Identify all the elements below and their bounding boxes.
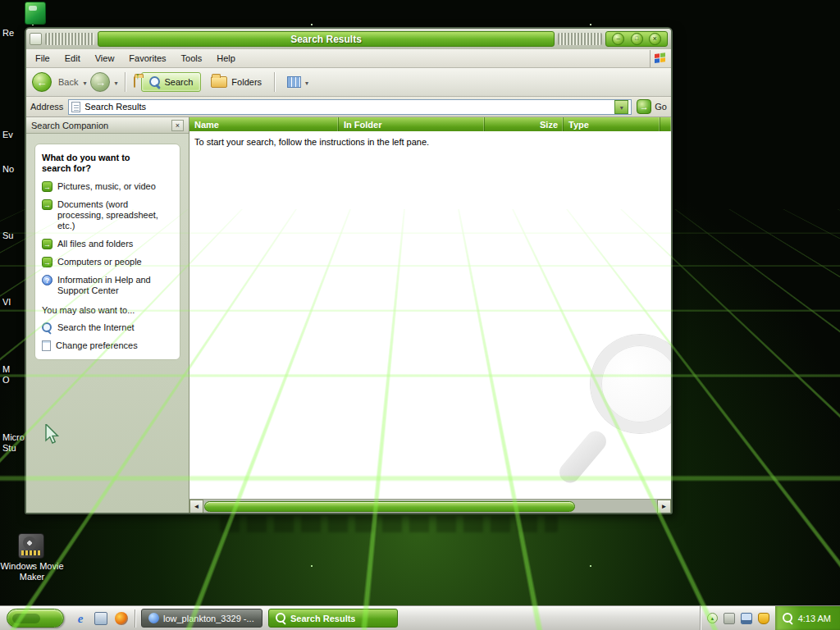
link-label: Search the Internet [57,322,135,333]
go-button[interactable]: Go [637,99,667,114]
link-label: Documents (word processing, spreadsheet,… [57,199,173,231]
hide-icons-chevron-icon[interactable] [707,613,718,623]
scroll-left-icon[interactable] [189,500,203,514]
link-pictures-music-video[interactable]: Pictures, music, or video [42,181,173,192]
desktop-icon-label[interactable]: Su [2,231,25,241]
close-pane-icon[interactable] [171,120,184,131]
go-button-label: Go [655,102,667,112]
green-arrow-icon [42,257,52,267]
search-results-window: Search Results File Edit View Favorites … [25,27,673,514]
link-change-preferences[interactable]: Change preferences [42,340,173,351]
menu-view[interactable]: View [88,51,122,66]
desktop-icon-label[interactable]: No [2,164,25,175]
back-button-label[interactable]: Back [58,77,78,87]
address-label: Address [30,102,63,112]
desktop-icon-label[interactable]: Micro Stu [2,432,25,454]
toolbar-separator [125,72,126,92]
task-label: low_plankton_3329 -... [163,614,254,623]
tray-clock-zone: 4:13 AM [775,606,840,630]
desktop-icon-label[interactable]: VI [2,297,25,308]
up-button[interactable] [132,75,137,89]
folders-icon [211,76,227,88]
maximize-button[interactable] [631,33,643,45]
green-arrow-icon [42,239,52,249]
windows-movie-maker-icon[interactable] [18,533,44,559]
desktop-icon-label[interactable]: Ev [2,130,25,140]
green-arrow-icon [42,199,52,210]
desktop-icon-label[interactable]: M O [2,364,25,386]
link-help-support[interactable]: Information in Help and Support Center [42,275,173,296]
search-magnifier-icon [149,76,161,88]
taskbar-button-low-plankton[interactable]: low_plankton_3329 -... [141,609,262,628]
column-in-folder[interactable]: In Folder [339,117,485,131]
mouse-cursor [44,424,62,444]
folders-button[interactable]: Folders [205,73,267,91]
horizontal-scrollbar[interactable] [189,499,671,513]
security-shield-icon[interactable] [758,613,769,624]
address-value: Search Results [84,102,146,112]
toolbar: Back Search Folders [26,68,671,97]
windows-movie-maker-label[interactable]: Windows Movie Maker [0,561,64,582]
menu-bar: File Edit View Favorites Tools Help [26,49,671,68]
task-buttons: low_plankton_3329 -... Search Results [141,609,398,628]
menu-file[interactable]: File [28,51,57,66]
desktop-icon-label[interactable]: Re [2,28,25,39]
views-icon [287,76,301,88]
window-icon [30,33,42,45]
menu-favorites[interactable]: Favorites [121,51,173,66]
column-filler [660,117,671,131]
search-instructions-text: To start your search, follow the instruc… [189,131,671,153]
menu-help[interactable]: Help [209,51,243,66]
clock[interactable]: 4:13 AM [798,614,831,623]
search-heading: What do you want to search for? [42,153,153,174]
address-dropdown-button[interactable] [614,100,628,114]
toolbar-separator [274,72,275,92]
close-button[interactable] [649,33,661,45]
menu-edit[interactable]: Edit [57,51,88,66]
column-size[interactable]: Size [485,117,564,131]
magnifier-icon [42,322,52,333]
menu-tools[interactable]: Tools [174,51,210,66]
system-tray: 4:13 AM [700,606,840,630]
show-desktop-icon[interactable] [94,612,107,625]
taskbar-button-search-results[interactable]: Search Results [268,609,398,628]
list-column-headers: Name In Folder Size Type [189,117,671,131]
back-button[interactable] [32,72,52,92]
scrollbar-thumb[interactable] [204,501,575,512]
minimize-button[interactable] [612,33,624,45]
link-documents[interactable]: Documents (word processing, spreadsheet,… [42,199,173,231]
preferences-icon [42,340,51,351]
quick-launch [74,612,128,625]
search-button[interactable]: Search [141,72,202,92]
link-search-internet[interactable]: Search the Internet [42,322,173,333]
window-title: Search Results [290,34,362,45]
link-label: Change preferences [56,340,138,351]
window-title-pill: Search Results [98,31,555,47]
back-dropdown-icon[interactable] [83,77,86,87]
file-list-view: Name In Folder Size Type To start your s… [189,117,671,513]
green-arrow-icon [42,181,52,192]
link-computers-people[interactable]: Computers or people [42,257,173,267]
search-companion-header: Search Companion [26,117,189,134]
forward-dropdown-icon[interactable] [114,77,117,87]
windows-logo-icon [650,50,669,67]
column-name[interactable]: Name [189,117,339,131]
media-player-icon[interactable] [115,612,128,625]
search-companion-title: Search Companion [31,121,108,130]
column-type[interactable]: Type [564,117,660,131]
removable-hardware-icon[interactable] [724,613,735,624]
network-icon[interactable] [741,613,752,624]
scroll-right-icon[interactable] [657,500,671,514]
search-icon [276,613,286,623]
titlebar[interactable]: Search Results [26,29,671,49]
views-button[interactable] [281,73,314,91]
desktop-icon[interactable] [25,2,46,25]
internet-explorer-icon[interactable] [74,612,87,625]
also-heading: You may also want to... [42,305,173,315]
start-button[interactable] [7,609,64,628]
folders-button-label: Folders [231,77,262,87]
forward-button[interactable] [90,72,110,92]
link-all-files-folders[interactable]: All files and folders [42,239,173,249]
address-input[interactable]: Search Results [68,99,632,115]
search-indexing-icon[interactable] [783,613,793,623]
